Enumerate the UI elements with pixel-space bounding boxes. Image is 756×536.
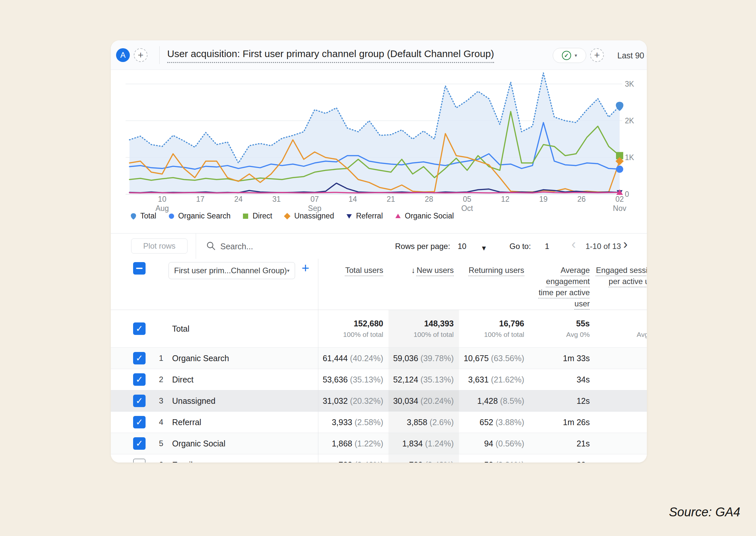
row-checkbox-unassigned[interactable]: ✓ xyxy=(133,395,145,407)
svg-text:31: 31 xyxy=(272,195,281,203)
page-title[interactable]: User acquisition: First user primary cha… xyxy=(167,48,494,63)
table-row-unassigned: ✓3Unassigned31,032 (20.32%)30,034 (20.24… xyxy=(111,390,647,412)
dimension-dropdown[interactable]: First user prim...Channel Group) ▾ xyxy=(169,262,295,279)
column-header-total-users[interactable]: Total users xyxy=(318,265,383,276)
svg-text:05: 05 xyxy=(463,195,471,203)
svg-text:21: 21 xyxy=(387,195,395,203)
select-all-checkbox[interactable] xyxy=(133,262,145,275)
sort-descending-icon: ↓ xyxy=(411,266,415,275)
svg-text:24: 24 xyxy=(234,195,243,203)
search-input[interactable]: Search... xyxy=(220,242,253,251)
legend-item-direct: Direct xyxy=(242,212,272,220)
add-tab-button[interactable]: + xyxy=(134,48,147,62)
source-caption: Source: GA4 xyxy=(669,505,740,519)
chart-legend: TotalOrganic SearchDirectUnassignedRefer… xyxy=(130,212,454,220)
row-checkbox-total[interactable]: ✓ xyxy=(133,322,145,335)
metric-cell: 30s xyxy=(529,454,595,462)
metric-cell: 61,444 (40.24%) xyxy=(318,348,389,369)
metric-cell: 0.7 xyxy=(595,433,647,454)
column-header-average-engagement-time-per-active-user[interactable]: Average engagement time per active user xyxy=(529,265,590,309)
row-number: 4 xyxy=(153,418,163,427)
row-number: 1 xyxy=(153,353,163,363)
add-card-button[interactable]: + xyxy=(590,48,604,62)
dimension-caret-icon: ▾ xyxy=(287,268,290,274)
next-page-chevron-icon[interactable]: › xyxy=(623,238,627,251)
metric-cell: 709 (0.48%) xyxy=(389,454,459,462)
legend-item-unassigned: Unassigned xyxy=(283,212,334,220)
metric-cell: 59,036 (39.78%) xyxy=(389,348,459,369)
triangle-down-marker-icon xyxy=(345,212,353,220)
metric-cell: 1m 26s xyxy=(529,412,595,433)
row-checkbox-organic-search[interactable]: ✓ xyxy=(133,352,145,364)
table-row-total: ✓Total152,680100% of total148,393100% of… xyxy=(111,310,647,348)
metric-cell: 0.9 xyxy=(595,412,647,433)
row-checkbox-organic-social[interactable]: ✓ xyxy=(133,437,145,450)
diamond-marker-icon xyxy=(283,212,291,220)
pagination-range: 1-10 of 13 xyxy=(585,242,621,251)
status-pill[interactable]: ✓ ▾ xyxy=(553,48,586,63)
metric-cell: 12s xyxy=(529,390,595,411)
row-number: 6 xyxy=(153,460,163,462)
metric-cell: 31,032 (20.32%) xyxy=(318,390,389,411)
metric-cell: 1m 33s xyxy=(529,348,595,369)
metric-cell: 652 (3.88%) xyxy=(459,412,529,433)
avatar[interactable]: A xyxy=(116,48,130,62)
legend-item-referral: Referral xyxy=(345,212,383,220)
row-checkbox-referral[interactable]: ✓ xyxy=(133,416,145,428)
search-icon xyxy=(206,241,216,251)
add-dimension-button[interactable]: + xyxy=(301,261,309,276)
metric-cell: 55sAvg 0% xyxy=(529,310,595,348)
header-divider xyxy=(159,46,160,64)
column-header-new-users[interactable]: ↓New users xyxy=(389,265,454,276)
table-row-organic-search: ✓1Organic Search61,444 (40.24%)59,036 (3… xyxy=(111,348,647,369)
svg-text:10: 10 xyxy=(158,195,167,203)
table-header: First user prim...Channel Group) ▾ + Tot… xyxy=(111,259,647,310)
rows-per-page-select[interactable]: 10 xyxy=(458,242,466,251)
date-range-selector[interactable]: Last 90 da xyxy=(617,51,647,60)
channel-name: Organic Search xyxy=(172,353,229,363)
column-header-label: New users xyxy=(417,266,454,275)
metric-cell: 0.6Avg 0% xyxy=(595,310,647,348)
metric-cell: 3,933 (2.58%) xyxy=(318,412,389,433)
chevron-down-icon: ▾ xyxy=(575,52,577,58)
column-header-engaged-sessions-per-active-user[interactable]: Engaged sessions per active user xyxy=(595,265,647,287)
goto-input[interactable]: 1 xyxy=(545,242,549,251)
metric-cell: 53,636 (35.13%) xyxy=(318,369,389,390)
plot-rows-button[interactable]: Plot rows xyxy=(131,239,188,253)
triangle-up-marker-icon xyxy=(394,212,402,220)
metric-cell: 1,834 (1.24%) xyxy=(389,433,459,454)
metric-cell: 3,631 (21.62%) xyxy=(459,369,529,390)
indeterminate-icon xyxy=(136,268,142,269)
svg-text:28: 28 xyxy=(425,195,433,203)
metric-cell: 21s xyxy=(529,433,595,454)
table-toolbar: Plot rows Search... Rows per page: 10 ▾ … xyxy=(111,234,647,259)
svg-text:14: 14 xyxy=(349,195,357,203)
pin-marker-icon xyxy=(130,212,137,220)
row-checkbox-email[interactable] xyxy=(133,458,145,462)
legend-label: Organic Social xyxy=(405,212,454,220)
toolbar-divider xyxy=(196,234,196,259)
table-row-email: 6Email708 (0.46%)709 (0.48%)52 (0.31%)30… xyxy=(111,454,647,462)
row-number: 5 xyxy=(153,439,163,448)
metric-cell: 152,680100% of total xyxy=(318,310,389,348)
metric-cell: 3,858 (2.6%) xyxy=(389,412,459,433)
metric-cell: 1,868 (1.22%) xyxy=(318,433,389,454)
row-number: 2 xyxy=(153,375,163,384)
metric-cell: 0.3 xyxy=(595,369,647,390)
table-row-organic-social: ✓5Organic Social1,868 (1.22%)1,834 (1.24… xyxy=(111,433,647,454)
column-header-returning-users[interactable]: Returning users xyxy=(459,265,524,276)
rows-per-page-caret-icon[interactable]: ▾ xyxy=(482,243,486,252)
rows-per-page-label: Rows per page: xyxy=(395,242,450,251)
metric-cell: 34s xyxy=(529,369,595,390)
metric-cell: 30,034 (20.24%) xyxy=(389,390,459,411)
svg-text:2K: 2K xyxy=(625,117,634,125)
metric-cell: 0.4 xyxy=(595,454,647,462)
dimension-dropdown-label: First user prim...Channel Group) xyxy=(174,266,287,275)
metric-cell: 1,428 (8.5%) xyxy=(459,390,529,411)
legend-label: Referral xyxy=(356,212,383,220)
channel-name: Unassigned xyxy=(172,396,215,406)
prev-page-chevron-icon[interactable]: ‹ xyxy=(571,238,576,251)
square-marker-icon xyxy=(242,212,249,220)
row-checkbox-direct[interactable]: ✓ xyxy=(133,373,145,386)
svg-text:26: 26 xyxy=(577,195,586,203)
